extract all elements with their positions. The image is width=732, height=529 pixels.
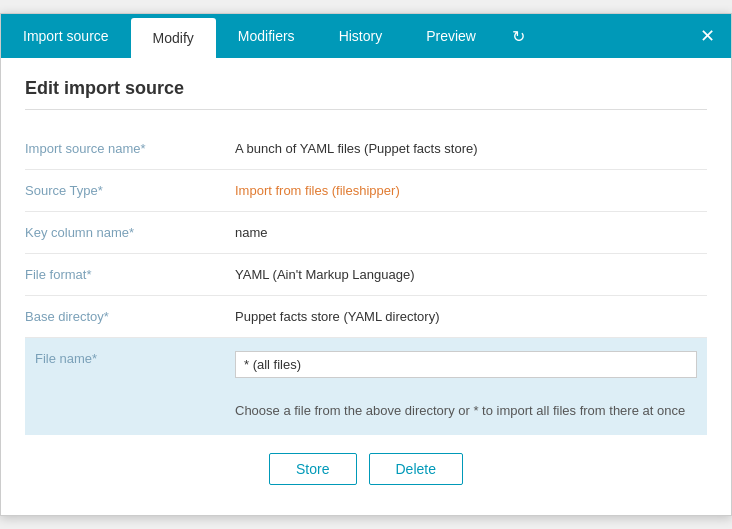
- file-name-input-block: [225, 338, 707, 391]
- refresh-icon[interactable]: ↻: [498, 14, 539, 58]
- main-content: Edit import source Import source name* A…: [1, 58, 731, 515]
- import-source-name-label: Import source name*: [25, 128, 225, 170]
- delete-button[interactable]: Delete: [369, 453, 463, 485]
- table-row: Import source name* A bunch of YAML file…: [25, 128, 707, 170]
- source-type-value: Import from files (fileshipper): [225, 170, 707, 212]
- tab-import-source[interactable]: Import source: [1, 14, 131, 58]
- table-row: Base directoy* Puppet facts store (YAML …: [25, 296, 707, 338]
- tab-history[interactable]: History: [317, 14, 405, 58]
- table-row: File format* YAML (Ain't Markup Language…: [25, 254, 707, 296]
- key-column-label: Key column name*: [25, 212, 225, 254]
- file-name-input[interactable]: [235, 351, 697, 378]
- file-format-value: YAML (Ain't Markup Language): [225, 254, 707, 296]
- file-name-row: File name* Choose a file from the above …: [25, 338, 707, 435]
- tab-preview[interactable]: Preview: [404, 14, 498, 58]
- page-title: Edit import source: [25, 78, 707, 110]
- base-directory-value: Puppet facts store (YAML directory): [225, 296, 707, 338]
- close-button[interactable]: ✕: [684, 14, 731, 58]
- base-directory-label: Base directoy*: [25, 296, 225, 338]
- table-row: Key column name* name: [25, 212, 707, 254]
- window: Import source Modify Modifiers History P…: [0, 13, 732, 516]
- action-row: Store Delete: [25, 435, 707, 495]
- import-source-name-value: A bunch of YAML files (Puppet facts stor…: [225, 128, 707, 170]
- table-row: Source Type* Import from files (fileship…: [25, 170, 707, 212]
- store-button[interactable]: Store: [269, 453, 356, 485]
- file-name-cell: Choose a file from the above directory o…: [225, 338, 707, 435]
- tab-bar: Import source Modify Modifiers History P…: [1, 14, 731, 58]
- form-table: Import source name* A bunch of YAML file…: [25, 128, 707, 435]
- tab-modify[interactable]: Modify: [131, 18, 216, 58]
- file-name-label: File name*: [25, 338, 225, 435]
- key-column-value: name: [225, 212, 707, 254]
- source-type-label: Source Type*: [25, 170, 225, 212]
- tab-modifiers[interactable]: Modifiers: [216, 14, 317, 58]
- file-name-hint: Choose a file from the above directory o…: [225, 391, 707, 435]
- file-format-label: File format*: [25, 254, 225, 296]
